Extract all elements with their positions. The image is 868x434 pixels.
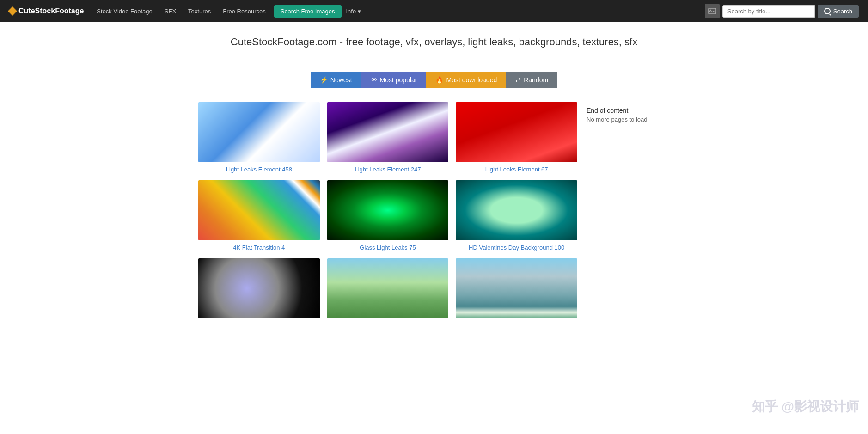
brand-logo[interactable]: CuteStockFootage (9, 7, 84, 15)
list-item (198, 258, 320, 322)
thumbnail-9[interactable] (456, 258, 577, 318)
search-icon (824, 8, 831, 14)
tab-downloaded-label: Most downloaded (446, 76, 497, 84)
item-label-5[interactable]: Glass Light Leaks 75 (360, 244, 416, 251)
search-area: Search (705, 4, 859, 18)
tab-most-downloaded[interactable]: 🔥 Most downloaded (426, 72, 506, 88)
brand-name: CuteStockFootage (18, 7, 84, 15)
nav-search-free-images[interactable]: Search Free Images (274, 5, 342, 18)
search-button-label: Search (833, 8, 852, 15)
list-item: HD Valentines Day Background 100 (456, 180, 577, 251)
navbar: CuteStockFootage Stock Video Footage SFX… (0, 0, 868, 22)
list-item: Light Leaks Element 67 (456, 102, 577, 173)
thumbnail-6[interactable] (456, 180, 577, 240)
thumbnail-1[interactable] (198, 102, 320, 162)
thumbnail-3[interactable] (456, 102, 577, 162)
tab-most-popular[interactable]: 👁 Most popular (361, 72, 427, 88)
image-icon-button[interactable] (705, 4, 720, 18)
nav-textures[interactable]: Textures (184, 8, 214, 15)
thumbnail-7[interactable] (198, 258, 320, 318)
item-label-2[interactable]: Light Leaks Element 247 (355, 166, 421, 173)
hero-title: CuteStockFootage.com - free footage, vfx… (9, 36, 859, 48)
item-label-6[interactable]: HD Valentines Day Background 100 (469, 244, 564, 251)
tab-popular-label: Most popular (380, 76, 417, 84)
sidebar-end-content: End of content No more pages to load (587, 102, 670, 322)
list-item: Glass Light Leaks 75 (327, 180, 449, 251)
search-button[interactable]: Search (818, 5, 859, 18)
image-grid: Light Leaks Element 458 Light Leaks Elem… (198, 102, 577, 322)
list-item: Light Leaks Element 247 (327, 102, 449, 173)
random-icon: ⇄ (515, 76, 521, 84)
tab-newest-label: Newest (330, 76, 352, 84)
thumbnail-8[interactable] (327, 258, 449, 318)
image-grid-area: Light Leaks Element 458 Light Leaks Elem… (198, 102, 577, 322)
downloaded-icon: 🔥 (435, 76, 443, 84)
nav-sfx[interactable]: SFX (161, 8, 180, 15)
thumbnail-2[interactable] (327, 102, 449, 162)
tab-newest[interactable]: ⚡ Newest (311, 72, 361, 88)
list-item (456, 258, 577, 322)
thumbnail-5[interactable] (327, 180, 449, 240)
popular-icon: 👁 (371, 76, 377, 84)
item-label-3[interactable]: Light Leaks Element 67 (485, 166, 548, 173)
list-item (327, 258, 449, 322)
list-item: Light Leaks Element 458 (198, 102, 320, 173)
nav-stock-video[interactable]: Stock Video Footage (93, 8, 156, 15)
main-content: Light Leaks Element 458 Light Leaks Elem… (0, 102, 868, 341)
end-of-content-label: End of content (587, 107, 670, 114)
newest-icon: ⚡ (320, 76, 328, 84)
tab-random-label: Random (524, 76, 548, 84)
thumbnail-4[interactable] (198, 180, 320, 240)
hero-section: CuteStockFootage.com - free footage, vfx… (0, 22, 868, 62)
no-more-pages-label: No more pages to load (587, 116, 670, 123)
chevron-down-icon: ▾ (358, 8, 361, 15)
nav-info-label: Info (346, 8, 356, 15)
brand-diamond-icon (8, 6, 17, 16)
sort-tabs: ⚡ Newest 👁 Most popular 🔥 Most downloade… (0, 72, 868, 88)
nav-free-resources[interactable]: Free Resources (219, 8, 269, 15)
nav-info[interactable]: Info ▾ (346, 8, 361, 15)
tab-random[interactable]: ⇄ Random (506, 72, 557, 88)
item-label-4[interactable]: 4K Flat Transition 4 (233, 244, 285, 251)
search-input[interactable] (722, 5, 815, 18)
list-item: 4K Flat Transition 4 (198, 180, 320, 251)
item-label-1[interactable]: Light Leaks Element 458 (226, 166, 292, 173)
